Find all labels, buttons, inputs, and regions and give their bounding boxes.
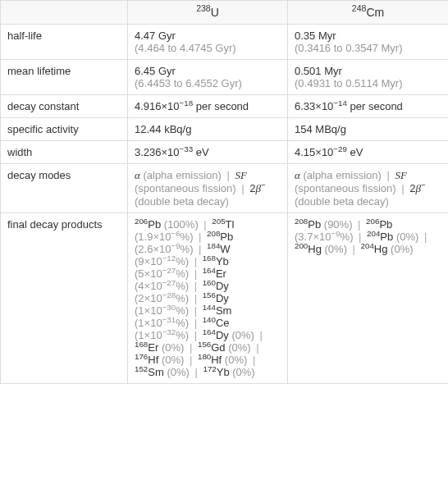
final-decay-products-c2: 208Pb (90%) | 206Pb (3.7×10−9%) | 204Pb … <box>288 213 449 384</box>
separator: | <box>192 366 201 378</box>
final-decay-products-row: final decay products 206Pb (100%) | 205T… <box>1 213 449 384</box>
separator: | <box>350 243 359 255</box>
value-range: (0.3416 to 0.3547 Myr) <box>295 42 403 54</box>
decay-mode-item: α (alpha emission) <box>135 169 222 181</box>
decay-modes-c2: α (alpha emission) | SF (spontaneous fis… <box>288 164 449 213</box>
exponent: −33 <box>180 144 194 153</box>
coefficient: 4.15×10 <box>295 146 333 158</box>
decay-product-item: 204Pb (0%) <box>367 231 418 243</box>
coefficient: 6.33×10 <box>295 100 333 112</box>
separator: | <box>186 341 195 354</box>
decay-product-item: 152Sm (0%) <box>135 366 190 378</box>
unit: per second <box>347 100 403 112</box>
value-range: (0.4931 to 0.5114 Myr) <box>295 77 403 89</box>
value-main: 0.501 Myr <box>295 65 342 77</box>
decay-product-item: 200Hg (0%) <box>295 243 347 255</box>
row-label: final decay products <box>1 213 128 384</box>
row-label: specific activity <box>1 118 128 141</box>
row-label: decay constant <box>1 95 128 118</box>
specific-activity-c1: 12.44 kBq/g <box>128 118 288 141</box>
decay-modes-row: decay modes α (alpha emission) | SF (spo… <box>1 164 449 213</box>
decay-product-item: 206Pb (100%) <box>135 218 199 231</box>
element-symbol: Cm <box>366 6 384 19</box>
mean-lifetime-row: mean lifetime 6.45 Gyr (6.4453 to 6.4552… <box>1 60 449 95</box>
separator: | <box>421 231 427 243</box>
decay-constant-c1: 4.916×10−18 per second <box>128 95 288 118</box>
exponent: −29 <box>333 144 347 153</box>
mass-number: 238 <box>196 3 211 13</box>
mean-lifetime-c1: 6.45 Gyr (6.4453 to 6.4552 Gyr) <box>128 60 288 95</box>
separator: | <box>254 341 259 354</box>
specific-activity-row: specific activity 12.44 kBq/g 154 MBq/g <box>1 118 449 141</box>
half-life-c1: 4.47 Gyr (4.464 to 4.4745 Gyr) <box>128 25 288 60</box>
decay-product-item: 208Pb (90%) <box>295 218 352 231</box>
unit: eV <box>193 146 209 158</box>
exponent: −14 <box>333 98 347 107</box>
decay-modes-c1: α (alpha emission) | SF (spontaneous fis… <box>128 164 288 213</box>
coefficient: 3.236×10 <box>135 146 180 158</box>
decay-product-item: 172Yb (0%) <box>203 366 254 378</box>
width-c2: 4.15×10−29 eV <box>288 141 449 164</box>
decay-constant-row: decay constant 4.916×10−18 per second 6.… <box>1 95 449 118</box>
separator: | <box>384 169 393 181</box>
separator: | <box>191 280 200 292</box>
empty-header <box>1 1 128 25</box>
value-main: 6.45 Gyr <box>135 65 176 77</box>
value-main: 0.35 Myr <box>295 30 336 42</box>
separator: | <box>191 267 200 280</box>
separator: | <box>191 317 200 329</box>
mass-number: 248 <box>352 3 367 13</box>
decay-constant-c2: 6.33×10−14 per second <box>288 95 449 118</box>
separator: | <box>224 169 233 181</box>
isotope-comparison-table: 238U 248Cm half-life 4.47 Gyr (4.464 to … <box>0 0 448 384</box>
value-main: 4.47 Gyr <box>135 30 176 42</box>
value-range: (4.464 to 4.4745 Gyr) <box>135 42 236 54</box>
specific-activity-c2: 154 MBq/g <box>288 118 449 141</box>
row-label: decay modes <box>1 164 128 213</box>
final-decay-products-c1: 206Pb (100%) | 205Tl (1.9×10−6%) | 208Pb… <box>128 213 288 384</box>
half-life-row: half-life 4.47 Gyr (4.464 to 4.4745 Gyr)… <box>1 25 449 60</box>
value-range: (6.4453 to 6.4552 Gyr) <box>135 77 242 89</box>
column-header-cm248: 248Cm <box>288 1 449 25</box>
separator: | <box>249 354 255 366</box>
half-life-c2: 0.35 Myr (0.3416 to 0.3547 Myr) <box>288 25 449 60</box>
separator: | <box>354 218 363 231</box>
separator: | <box>191 304 200 317</box>
separator: | <box>399 182 408 194</box>
mean-lifetime-c2: 0.501 Myr (0.4931 to 0.5114 Myr) <box>288 60 449 95</box>
separator: | <box>239 182 248 194</box>
separator: | <box>195 231 204 243</box>
header-row: 238U 248Cm <box>1 1 449 25</box>
width-c1: 3.236×10−33 eV <box>128 141 288 164</box>
exponent: −18 <box>180 98 194 107</box>
separator: | <box>257 329 263 341</box>
separator: | <box>191 255 200 267</box>
row-label: mean lifetime <box>1 60 128 95</box>
row-label: width <box>1 141 128 164</box>
row-label: half-life <box>1 25 128 60</box>
column-header-u238: 238U <box>128 1 288 25</box>
unit: per second <box>193 100 249 112</box>
element-symbol: U <box>211 6 219 19</box>
decay-mode-item: α (alpha emission) <box>295 169 382 181</box>
separator: | <box>186 354 195 366</box>
width-row: width 3.236×10−33 eV 4.15×10−29 eV <box>1 141 449 164</box>
unit: eV <box>347 146 363 158</box>
separator: | <box>191 292 200 304</box>
decay-product-item: 204Hg (0%) <box>361 243 414 255</box>
coefficient: 4.916×10 <box>135 100 180 112</box>
